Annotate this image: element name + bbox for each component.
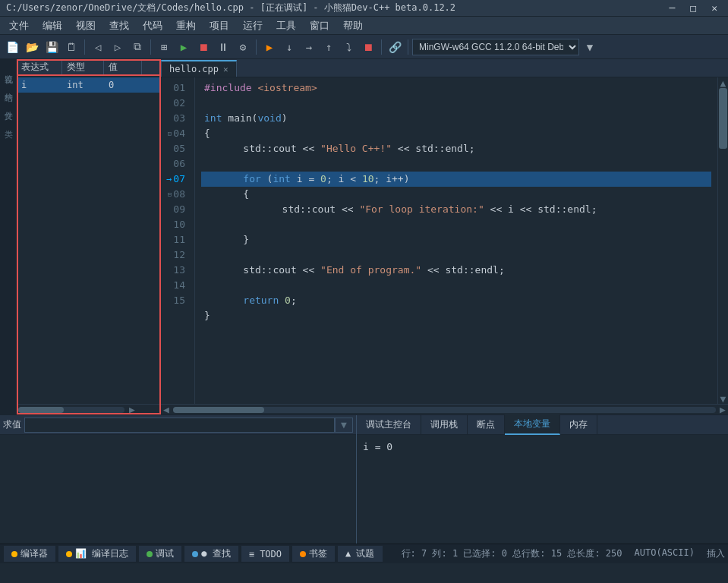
watch-value: 0 xyxy=(104,80,142,90)
new-button[interactable]: 📄 xyxy=(3,38,21,56)
file-panel-toggle[interactable]: 类 xyxy=(1,120,15,126)
statusbar: 编译器 📊 编译日志 调试 ● 查找 ≡ TODO 书签 ▲ 试题 行: 7 列… xyxy=(0,544,728,563)
search-label: ● 查找 xyxy=(201,547,230,560)
stop-button[interactable]: ⏹ xyxy=(194,38,213,56)
compiler-label: 编译器 xyxy=(20,547,48,560)
debug-panel: 调试主控台 调用栈 断点 本地变量 内存 i = 0 xyxy=(357,415,728,544)
status-tab-search[interactable]: ● 查找 xyxy=(184,545,238,563)
status-tab-bookmarks[interactable]: 书签 xyxy=(292,545,336,563)
line-num-15: 15 xyxy=(161,293,190,308)
watch-col-value: 值 xyxy=(104,59,142,74)
status-tab-debug[interactable]: 调试 xyxy=(138,545,182,563)
debug-tab-breakpoints[interactable]: 断点 xyxy=(468,415,505,434)
debug-link-button[interactable]: 🔗 xyxy=(386,38,404,56)
hscrollbar[interactable]: ◀ ▶ xyxy=(161,404,728,414)
code-line-6 xyxy=(201,156,711,172)
watch-expr: i xyxy=(17,80,62,90)
line-num-10: 10 xyxy=(161,217,190,232)
watch-scrollbar-thumb[interactable] xyxy=(18,407,64,413)
scroll-thumb[interactable] xyxy=(719,88,727,149)
menu-item-帮助[interactable]: 帮助 xyxy=(337,17,369,34)
minimize-button[interactable]: ─ xyxy=(665,2,680,14)
vscrollbar[interactable]: ▲ ▼ xyxy=(717,77,728,404)
status-tab-todo[interactable]: ≡ TODO xyxy=(241,545,290,563)
settings-button[interactable]: ⚙ xyxy=(234,38,252,56)
step-over-button[interactable]: → xyxy=(300,38,318,56)
menu-item-项目[interactable]: 项目 xyxy=(203,17,235,34)
watch-col-type: 类型 xyxy=(62,59,104,74)
menu-item-重构[interactable]: 重构 xyxy=(170,17,202,34)
run-to-cursor-button[interactable]: ⤵ xyxy=(339,38,358,56)
menu-item-视图[interactable]: 视图 xyxy=(70,17,102,34)
menu-item-查找[interactable]: 查找 xyxy=(103,17,135,34)
debug-tab-callstack[interactable]: 调用栈 xyxy=(421,415,468,434)
compiler-dropdown[interactable]: ▼ xyxy=(581,38,599,56)
maximize-button[interactable]: □ xyxy=(685,2,701,14)
open-button[interactable]: 📂 xyxy=(23,38,41,56)
status-tab-problems[interactable]: ▲ 试题 xyxy=(337,545,383,563)
forward-button[interactable]: ▷ xyxy=(109,38,127,56)
pause-button[interactable]: ⏸ xyxy=(214,38,232,56)
hscroll-thumb[interactable] xyxy=(173,407,264,413)
menu-item-编辑[interactable]: 编辑 xyxy=(36,17,68,34)
debug-stop-button[interactable]: ⏹ xyxy=(359,38,377,56)
debug-run-button[interactable]: ▶ xyxy=(260,38,279,56)
code-line-9: std::cout << "For loop iteration:" << i … xyxy=(201,202,711,217)
sep2 xyxy=(150,39,151,55)
code-content[interactable]: #include <iostream> int main(void) { std… xyxy=(195,77,717,404)
back-button[interactable]: ◁ xyxy=(89,38,107,56)
eval-input[interactable] xyxy=(24,418,335,433)
statusbar-right: 行: 7 列: 1 已选择: 0 总行数: 15 总长度: 250 AUTO(A… xyxy=(402,547,725,560)
line-num-12: 12 xyxy=(161,247,190,263)
eval-dropdown[interactable]: ▼ xyxy=(335,418,353,433)
debug-variable-display: i = 0 xyxy=(363,441,392,452)
compiler-selector[interactable]: MinGW-w64 GCC 11.2.0 64-bit Debug xyxy=(412,39,579,55)
debug-tab-memory[interactable]: 内存 xyxy=(560,415,597,434)
tab-close[interactable]: ✕ xyxy=(223,65,228,74)
status-tab-log[interactable]: 📊 编译日志 xyxy=(58,545,137,563)
scroll-down[interactable]: ▼ xyxy=(718,393,728,404)
scroll-up[interactable]: ▲ xyxy=(718,77,728,88)
sep1 xyxy=(84,39,85,55)
close-button[interactable]: ✕ xyxy=(707,2,722,14)
watch-panel-toggle[interactable]: 监视 xyxy=(1,65,15,71)
debug-tab-console[interactable]: 调试主控台 xyxy=(357,415,421,434)
code-line-11: } xyxy=(201,232,711,247)
menu-item-运行[interactable]: 运行 xyxy=(237,17,269,34)
watch-row[interactable]: i int 0 xyxy=(17,77,160,93)
line-num-7: →07 xyxy=(161,172,190,187)
watch-hscroll[interactable]: ▶ xyxy=(17,404,160,414)
code-line-16: } xyxy=(201,308,711,323)
eval-content xyxy=(0,435,356,544)
watch-header: 表达式 类型 值 xyxy=(17,59,160,76)
code-line-8: { xyxy=(201,187,711,202)
code-line-7: for (int i = 0; i < 10; i++) xyxy=(201,172,711,187)
debug-tab-locals[interactable]: 本地变量 xyxy=(505,414,560,435)
step-out-button[interactable]: ↑ xyxy=(320,38,338,56)
menu-item-代码[interactable]: 代码 xyxy=(137,17,169,34)
code-line-3: int main(void) xyxy=(201,111,711,126)
copy-button[interactable]: ⧉ xyxy=(128,38,147,56)
hscroll-right[interactable]: ▶ xyxy=(717,405,728,415)
line-num-14: 14 xyxy=(161,278,190,293)
status-tab-compiler[interactable]: 编译器 xyxy=(3,545,56,563)
menu-item-工具[interactable]: 工具 xyxy=(270,17,302,34)
watch-scroll-right[interactable]: ▶ xyxy=(126,405,138,415)
class-panel-toggle[interactable]: 文件 xyxy=(1,102,15,108)
structure-panel-toggle[interactable]: 结构 xyxy=(1,84,15,90)
save-button[interactable]: 💾 xyxy=(43,38,61,56)
code-line-5: std::cout << "Hello C++!" << std::endl; xyxy=(201,141,711,156)
code-area[interactable]: 01 02 03 ⊟04 05 06 →07 ⊟08 09 10 11 12 1… xyxy=(161,77,728,404)
eval-panel: 求值 ▼ xyxy=(0,415,357,544)
run-button[interactable]: ▶ xyxy=(175,38,193,56)
menu-item-文件[interactable]: 文件 xyxy=(3,17,35,34)
grid-button[interactable]: ⊞ xyxy=(155,38,173,56)
menu-item-窗口[interactable]: 窗口 xyxy=(304,17,336,34)
debug-content: i = 0 xyxy=(357,435,728,544)
hscroll-left[interactable]: ◀ xyxy=(161,405,172,415)
save-all-button[interactable]: 🗒 xyxy=(62,38,80,56)
compiler-dot xyxy=(11,551,17,557)
line-numbers: 01 02 03 ⊟04 05 06 →07 ⊟08 09 10 11 12 1… xyxy=(161,77,195,404)
tab-hello-cpp[interactable]: hello.cpp ✕ xyxy=(161,60,237,77)
step-into-button[interactable]: ↓ xyxy=(280,38,298,56)
